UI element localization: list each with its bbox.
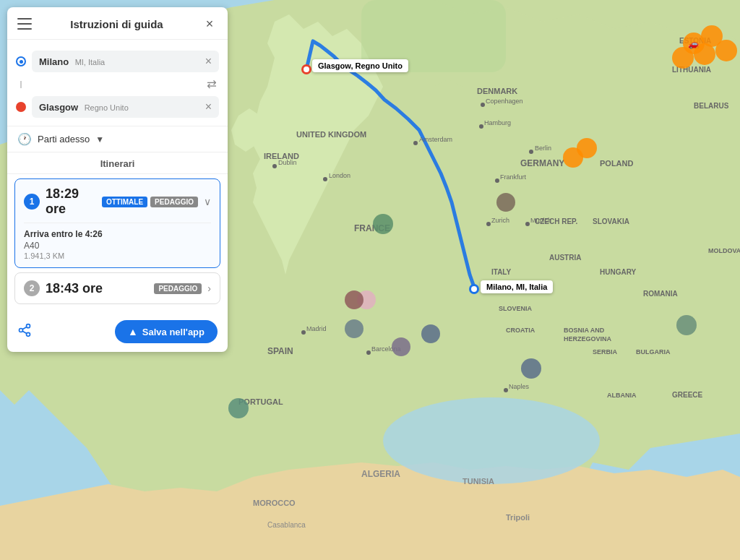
svg-line-83 bbox=[22, 331, 27, 333]
svg-point-42 bbox=[529, 150, 533, 154]
svg-text:Dublin: Dublin bbox=[278, 159, 297, 166]
milano-label: Milano, MI, Italia bbox=[481, 280, 553, 293]
route-1-expand[interactable]: ∨ bbox=[204, 196, 211, 207]
road-name: A40 bbox=[24, 241, 211, 251]
svg-text:ALGERIA: ALGERIA bbox=[361, 469, 400, 479]
svg-text:GREECE: GREECE bbox=[672, 391, 703, 399]
svg-point-54 bbox=[504, 388, 508, 392]
svg-text:TUNISIA: TUNISIA bbox=[462, 477, 494, 486]
svg-point-48 bbox=[525, 222, 530, 226]
svg-text:CROATIA: CROATIA bbox=[506, 327, 535, 334]
itinerari-title: Itinerari bbox=[7, 152, 228, 174]
svg-text:Naples: Naples bbox=[509, 383, 530, 390]
destination-clear-button[interactable]: × bbox=[205, 101, 212, 113]
route-time-1: 18:29 ore bbox=[46, 186, 96, 217]
svg-point-75 bbox=[345, 290, 363, 309]
destination-main-text: Glasgow bbox=[39, 102, 78, 113]
origin-clear-button[interactable]: × bbox=[205, 56, 212, 67]
origin-dot bbox=[16, 56, 26, 66]
origin-input[interactable]: Milano MI, Italia × bbox=[32, 51, 219, 72]
svg-point-80 bbox=[27, 324, 30, 327]
svg-point-66 bbox=[373, 214, 393, 234]
depart-section[interactable]: 🕐 Parti adesso ▼ bbox=[7, 126, 228, 152]
svg-point-46 bbox=[486, 222, 491, 226]
sidebar-header: Istruzioni di guida × bbox=[7, 7, 228, 40]
svg-point-68 bbox=[345, 319, 363, 338]
svg-text:SLOVAKIA: SLOVAKIA bbox=[593, 217, 629, 225]
glasgow-label: Glasgow, Regno Unito bbox=[312, 59, 408, 72]
svg-text:ITALY: ITALY bbox=[491, 268, 512, 276]
svg-text:Berlin: Berlin bbox=[535, 145, 551, 152]
svg-text:Zurich: Zurich bbox=[491, 217, 509, 224]
svg-text:HERZEGOVINA: HERZEGOVINA bbox=[564, 335, 612, 343]
svg-point-70 bbox=[421, 324, 440, 343]
route-2-expand[interactable]: › bbox=[207, 283, 211, 294]
svg-point-44 bbox=[495, 178, 499, 183]
svg-point-72 bbox=[676, 315, 697, 335]
svg-text:ALBANIA: ALBANIA bbox=[607, 392, 637, 399]
badge-ottimale: OTTIMALE bbox=[102, 197, 147, 207]
route-1-details: Arriva entro le 4:26 A40 1.941,3 KM bbox=[24, 223, 211, 260]
svg-text:BELARUS: BELARUS bbox=[694, 102, 729, 110]
svg-point-77 bbox=[304, 66, 309, 72]
share-button[interactable] bbox=[17, 323, 32, 341]
origin-main-text: Milano bbox=[39, 56, 69, 67]
svg-point-61 bbox=[694, 43, 715, 65]
distance: 1.941,3 KM bbox=[24, 251, 211, 260]
svg-text:Copenhagen: Copenhagen bbox=[486, 98, 523, 105]
svg-point-1 bbox=[383, 397, 600, 484]
svg-text:Amsterdam: Amsterdam bbox=[419, 136, 452, 143]
svg-point-82 bbox=[27, 332, 30, 336]
svg-text:Frankfurt: Frankfurt bbox=[500, 173, 527, 181]
svg-text:ROMANIA: ROMANIA bbox=[643, 290, 678, 298]
save-icon: ▲ bbox=[128, 326, 138, 337]
svg-text:Madrid: Madrid bbox=[306, 325, 327, 332]
arrive-time: Arriva entro le 4:26 bbox=[24, 229, 211, 239]
bottom-actions: ▲ Salva nell'app bbox=[7, 313, 228, 343]
save-button[interactable]: ▲ Salva nell'app bbox=[115, 320, 218, 343]
destination-input[interactable]: Glasgow Regno Unito × bbox=[32, 96, 219, 118]
hamburger-menu[interactable] bbox=[17, 18, 32, 30]
svg-text:AUSTRIA: AUSTRIA bbox=[549, 254, 581, 262]
svg-text:SERBIA: SERBIA bbox=[593, 348, 618, 356]
svg-text:POLAND: POLAND bbox=[600, 159, 634, 168]
swap-button[interactable]: ⇅ bbox=[205, 79, 218, 89]
close-button[interactable]: × bbox=[202, 16, 218, 32]
svg-point-62 bbox=[672, 47, 694, 69]
svg-point-81 bbox=[20, 328, 23, 332]
svg-text:London: London bbox=[329, 172, 350, 179]
destination-row: Glasgow Regno Unito × bbox=[16, 92, 219, 121]
route-number-2: 2 bbox=[24, 280, 40, 296]
destination-dot bbox=[16, 102, 26, 112]
svg-text:SLOVENIA: SLOVENIA bbox=[499, 305, 533, 312]
svg-point-56 bbox=[481, 103, 485, 107]
depart-chevron: ▼ bbox=[95, 134, 104, 145]
route-card-1[interactable]: 1 18:29 ore OTTIMALE PEDAGGIO ∨ Arriva e… bbox=[14, 178, 220, 268]
depart-text: Parti adesso bbox=[38, 134, 90, 145]
svg-point-73 bbox=[496, 193, 515, 212]
svg-point-52 bbox=[301, 330, 306, 335]
itinerari-section: Itinerari 1 18:29 ore OTTIMALE PEDAGGIO … bbox=[7, 152, 228, 311]
badge-pedaggio-1: PEDAGGIO bbox=[150, 197, 198, 207]
destination-sub-text: Regno Unito bbox=[85, 103, 129, 112]
route-card-2[interactable]: 2 18:43 ore PEDAGGIO › bbox=[14, 272, 220, 304]
panel-title: Istruzioni di guida bbox=[32, 18, 202, 30]
svg-text:MOROCCO: MOROCCO bbox=[253, 499, 296, 507]
svg-text:BULGARIA: BULGARIA bbox=[636, 348, 671, 356]
svg-point-40 bbox=[479, 124, 483, 129]
svg-point-65 bbox=[577, 138, 597, 158]
save-label: Salva nell'app bbox=[142, 327, 205, 337]
route-badges-2: PEDAGGIO bbox=[154, 283, 202, 294]
route-time-2: 18:43 ore bbox=[46, 281, 148, 296]
svg-point-50 bbox=[366, 350, 371, 355]
route-number-1: 1 bbox=[24, 194, 40, 210]
clock-icon: 🕐 bbox=[17, 132, 32, 146]
svg-point-36 bbox=[323, 177, 327, 181]
badge-pedaggio-2: PEDAGGIO bbox=[154, 283, 202, 294]
svg-point-63 bbox=[715, 40, 737, 61]
origin-row: Milano MI, Italia × bbox=[16, 47, 219, 76]
route-inputs: Milano MI, Italia × ⇅ Glasgow Regno Unit… bbox=[7, 40, 228, 126]
svg-point-71 bbox=[521, 358, 541, 379]
svg-text:MOLDOVA: MOLDOVA bbox=[708, 247, 740, 254]
sidebar-panel: Istruzioni di guida × Milano MI, Italia … bbox=[7, 7, 228, 352]
